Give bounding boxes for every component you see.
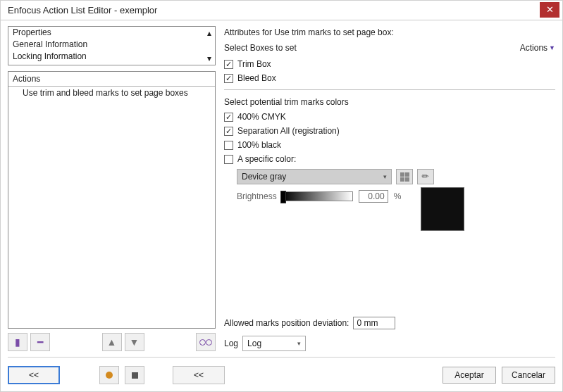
- color-preview-swatch: [421, 187, 464, 231]
- colorspace-dropdown[interactable]: Device gray ▾: [237, 169, 392, 184]
- brightness-label: Brightness: [237, 191, 277, 201]
- actions-panel: Actions Use trim and bleed marks to set …: [8, 71, 216, 329]
- move-down-button[interactable]: ▼: [125, 333, 144, 351]
- divider: [8, 357, 555, 358]
- properties-item[interactable]: General Information: [8, 39, 204, 51]
- actions-header-label: Actions: [13, 74, 40, 84]
- actions-list[interactable]: Use trim and bleed marks to set page box…: [8, 87, 215, 328]
- deviation-label: Allowed marks position deviation:: [224, 318, 349, 328]
- colors-label: Select potential trim marks colors: [224, 96, 555, 110]
- log-value: Log: [247, 339, 261, 348]
- window-title: Enfocus Action List Editor - exemplor: [8, 5, 540, 15]
- action-item[interactable]: Use trim and bleed marks to set page box…: [8, 87, 215, 99]
- specific-color-controls: Device gray ▾ ✎ Brightnes: [224, 166, 555, 231]
- eyedropper-icon: ✎: [420, 171, 432, 183]
- chevron-down-icon: ▾: [383, 173, 387, 180]
- brightness-input[interactable]: [359, 190, 388, 203]
- bottom-attributes: Allowed marks position deviation: Log Lo…: [224, 315, 555, 353]
- record-icon: [106, 372, 113, 379]
- accept-button[interactable]: Aceptar: [443, 367, 496, 384]
- remove-action-button[interactable]: ━: [30, 333, 50, 351]
- scrollbar[interactable]: ▴ ▾: [204, 27, 215, 65]
- dialog-body: Properties General Information Locking I…: [1, 20, 562, 391]
- trim-box-row[interactable]: Trim Box: [224, 57, 555, 71]
- inspect-button[interactable]: [196, 333, 216, 351]
- properties-item[interactable]: Properties: [8, 27, 204, 39]
- chevron-down-icon[interactable]: ▾: [207, 53, 211, 63]
- caret-down-icon: ▼: [549, 44, 555, 51]
- boxes-row: Select Boxes to set Actions ▼: [224, 42, 555, 57]
- specific-color-row[interactable]: A specific color:: [224, 152, 555, 166]
- log-label: Log: [224, 339, 238, 348]
- main-row: Properties General Information Locking I…: [8, 26, 555, 353]
- divider: [224, 89, 555, 90]
- back-button[interactable]: <<: [173, 366, 225, 384]
- cmyk400-label: 400% CMYK: [237, 112, 286, 122]
- separation-all-checkbox[interactable]: [224, 127, 233, 136]
- left-column: Properties General Information Locking I…: [8, 26, 216, 353]
- trim-box-checkbox[interactable]: [224, 60, 233, 69]
- brightness-thumb[interactable]: [280, 191, 286, 203]
- log-dropdown[interactable]: Log ▾: [242, 336, 306, 351]
- swatches-icon: [400, 172, 409, 182]
- swatches-button[interactable]: [396, 169, 413, 184]
- black100-row[interactable]: 100% black: [224, 138, 555, 152]
- chevron-up-icon[interactable]: ▴: [207, 28, 211, 38]
- bleed-box-checkbox[interactable]: [224, 74, 233, 83]
- add-action-button[interactable]: ▮: [8, 333, 27, 351]
- colorspace-value: Device gray: [242, 172, 286, 182]
- trim-box-label: Trim Box: [237, 59, 271, 69]
- stop-button[interactable]: [125, 366, 144, 384]
- actions-header: Actions: [8, 72, 215, 87]
- deviation-input[interactable]: [353, 317, 395, 329]
- move-up-button[interactable]: ▲: [102, 333, 122, 351]
- left-toolbar: ▮ ━ ▲ ▼: [8, 329, 216, 353]
- specific-color-label: A specific color:: [237, 154, 296, 164]
- actions-link-label: Actions: [520, 43, 547, 53]
- back-button-selected[interactable]: <<: [8, 366, 60, 384]
- titlebar: Enfocus Action List Editor - exemplor ✕: [1, 1, 562, 20]
- brightness-unit: %: [394, 191, 402, 201]
- close-icon[interactable]: ✕: [540, 2, 559, 18]
- glasses-icon: [199, 339, 212, 346]
- eyedropper-button[interactable]: ✎: [417, 169, 434, 184]
- deviation-row: Allowed marks position deviation:: [224, 315, 555, 331]
- attributes-heading: Attributes for Use trim marks to set pag…: [224, 26, 555, 42]
- chevron-down-icon: ▾: [297, 340, 301, 347]
- cmyk400-row[interactable]: 400% CMYK: [224, 110, 555, 124]
- stop-icon: [132, 372, 138, 379]
- attributes-panel: Attributes for Use trim marks to set pag…: [224, 26, 555, 353]
- bleed-box-label: Bleed Box: [237, 73, 276, 83]
- record-button[interactable]: [99, 366, 119, 384]
- specific-color-checkbox[interactable]: [224, 155, 233, 164]
- black100-checkbox[interactable]: [224, 141, 233, 150]
- brightness-slider[interactable]: [283, 191, 353, 201]
- cancel-button[interactable]: Cancelar: [502, 367, 555, 384]
- boxes-label: Select Boxes to set: [224, 43, 297, 53]
- properties-listbox[interactable]: Properties General Information Locking I…: [8, 26, 216, 65]
- actions-dropdown-link[interactable]: Actions ▼: [520, 43, 555, 53]
- separation-all-label: Separation All (registration): [237, 126, 340, 136]
- properties-item[interactable]: Locking Information: [8, 51, 204, 63]
- black100-label: 100% black: [237, 140, 281, 150]
- brightness-row: Brightness %: [237, 190, 401, 203]
- dialog-window: Enfocus Action List Editor - exemplor ✕ …: [0, 0, 563, 392]
- bleed-box-row[interactable]: Bleed Box: [224, 71, 555, 85]
- log-row: Log Log ▾: [224, 331, 555, 353]
- cmyk400-checkbox[interactable]: [224, 113, 233, 122]
- bottom-button-row: << << Aceptar Cancelar: [8, 362, 555, 384]
- separation-all-row[interactable]: Separation All (registration): [224, 124, 555, 138]
- dialog-buttons: Aceptar Cancelar: [443, 367, 555, 384]
